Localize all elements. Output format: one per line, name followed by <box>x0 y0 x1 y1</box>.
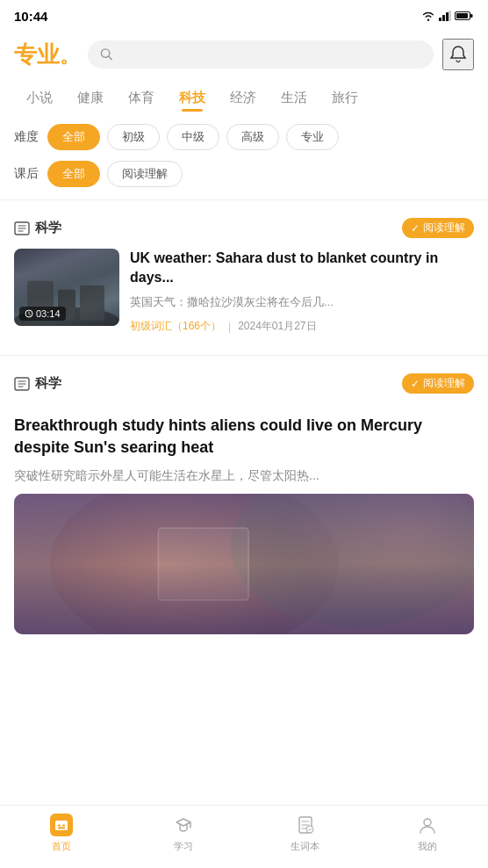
svg-rect-12 <box>80 286 104 321</box>
svg-rect-3 <box>449 11 451 21</box>
status-time: 10:44 <box>14 9 47 24</box>
pill-difficulty-all[interactable]: 全部 <box>47 124 100 150</box>
pill-difficulty-high[interactable]: 高级 <box>226 124 279 150</box>
status-icons <box>421 11 474 21</box>
postclass-pills: 全部 阅读理解 <box>47 161 183 187</box>
svg-rect-0 <box>439 18 441 21</box>
nav-mine-label: 我的 <box>418 840 437 853</box>
tab-novel[interactable]: 小说 <box>14 84 65 112</box>
battery-icon <box>455 11 474 21</box>
article-vocab-1: 初级词汇（166个） <box>130 319 221 334</box>
pill-postclass-reading[interactable]: 阅读理解 <box>107 161 183 187</box>
article-subtitle-1: 英国天气：撒哈拉沙漠灰尘将在今后几... <box>130 293 474 311</box>
svg-rect-1 <box>442 15 445 21</box>
section-tag-2: 科学 <box>14 375 61 392</box>
nav-mine[interactable]: 我的 <box>366 814 488 853</box>
article-card-1[interactable]: 03:14 UK weather: Sahara dust to blanket… <box>14 249 474 334</box>
svg-rect-15 <box>14 494 474 634</box>
tab-life[interactable]: 生活 <box>269 84 319 112</box>
bell-icon <box>449 45 468 64</box>
svg-rect-21 <box>62 825 65 827</box>
divider-2 <box>0 355 488 356</box>
header: 专业。 <box>0 32 488 81</box>
learn-icon <box>172 814 195 836</box>
postclass-filter-row: 课后 全部 阅读理解 <box>0 156 488 192</box>
article-content-1: UK weather: Sahara dust to blanket count… <box>130 249 474 334</box>
tab-economy[interactable]: 经济 <box>218 84 269 112</box>
article-icon-2 <box>14 376 30 392</box>
home-icon <box>50 814 73 836</box>
article-image-2 <box>14 494 474 634</box>
app-title: 专业。 <box>14 40 79 70</box>
tab-health[interactable]: 健康 <box>65 84 116 112</box>
vocab-icon <box>294 814 317 836</box>
pill-difficulty-mid[interactable]: 中级 <box>167 124 219 150</box>
bottom-nav: 首页 学习 生词本 <box>0 805 488 868</box>
reading-badge-2: ✓ 阅读理解 <box>402 373 474 394</box>
nav-learn[interactable]: 学习 <box>122 814 244 853</box>
nav-home[interactable]: 首页 <box>0 814 122 853</box>
svg-rect-2 <box>446 12 449 21</box>
difficulty-pills: 全部 初级 中级 高级 专业 <box>47 124 339 150</box>
divider-1 <box>0 199 488 200</box>
tab-travel[interactable]: 旅行 <box>319 84 370 112</box>
search-bar[interactable] <box>88 40 434 69</box>
article-thumbnail-1: 03:14 <box>14 249 119 326</box>
svg-rect-18 <box>158 528 248 600</box>
article-date-1: 2024年01月27日 <box>238 319 316 334</box>
article-meta-1: 初级词汇（166个） | 2024年01月27日 <box>130 319 474 334</box>
nav-vocab-label: 生词本 <box>291 840 319 853</box>
article-duration-1: 03:14 <box>19 307 66 321</box>
signal-icon <box>439 11 451 21</box>
svg-rect-6 <box>456 13 468 18</box>
nav-learn-label: 学习 <box>174 840 193 853</box>
article-title-1: UK weather: Sahara dust to blanket count… <box>130 249 474 288</box>
difficulty-label: 难度 <box>14 129 39 145</box>
reading-badge-1: ✓ 阅读理解 <box>402 218 474 238</box>
article-card-2[interactable]: Breakthrough study hints aliens could li… <box>0 404 488 647</box>
search-icon <box>100 47 113 61</box>
svg-point-17 <box>231 494 474 627</box>
pill-difficulty-pro[interactable]: 专业 <box>286 124 339 150</box>
nav-vocab[interactable]: 生词本 <box>244 814 366 853</box>
section-tag-label-2: 科学 <box>35 375 61 392</box>
article-subtitle-2: 突破性研究暗示外星人可能生活在水星上，尽管太阳热... <box>14 467 474 485</box>
section-header-2: 科学 ✓ 阅读理解 <box>14 373 474 394</box>
nav-home-label: 首页 <box>52 840 71 853</box>
article-icon-1 <box>14 221 30 236</box>
search-input[interactable] <box>118 47 421 61</box>
svg-point-26 <box>424 819 431 826</box>
article-section-2: 科学 ✓ 阅读理解 Breakthrough study hints alien… <box>0 363 488 647</box>
section-header-1: 科学 ✓ 阅读理解 <box>14 218 474 238</box>
section-tag-1: 科学 <box>14 220 61 236</box>
article-section-1: 科学 ✓ 阅读理解 03:14 UK <box>0 207 488 348</box>
svg-point-16 <box>50 494 339 634</box>
category-tabs: 小说 健康 体育 科技 经济 生活 旅行 <box>0 81 488 119</box>
postclass-label: 课后 <box>14 166 39 182</box>
svg-rect-22 <box>58 828 65 829</box>
svg-rect-5 <box>470 14 473 18</box>
difficulty-filter-row: 难度 全部 初级 中级 高级 专业 <box>0 119 488 156</box>
bottom-spacer <box>0 648 488 719</box>
bell-button[interactable] <box>442 39 474 70</box>
pill-postclass-all[interactable]: 全部 <box>47 161 100 187</box>
status-bar: 10:44 <box>0 0 488 32</box>
svg-rect-20 <box>58 825 61 827</box>
article-title-2: Breakthrough study hints aliens could li… <box>14 415 474 459</box>
wifi-icon <box>421 11 435 21</box>
section-header-2-wrap: 科学 ✓ 阅读理解 <box>0 363 488 394</box>
section-tag-label-1: 科学 <box>35 220 61 236</box>
mine-icon <box>416 814 439 836</box>
tab-tech[interactable]: 科技 <box>167 84 218 112</box>
pill-difficulty-basic[interactable]: 初级 <box>107 124 160 150</box>
tab-sports[interactable]: 体育 <box>116 84 167 112</box>
